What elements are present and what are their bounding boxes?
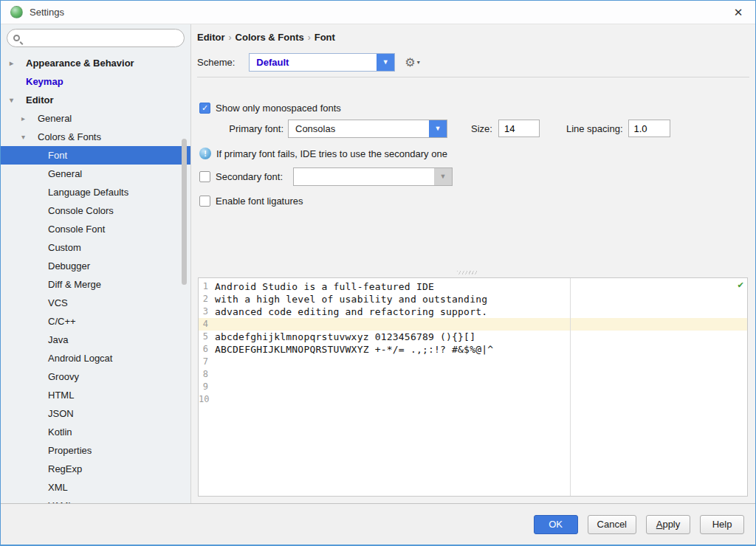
window-title: Settings	[30, 7, 64, 18]
settings-tree: ▸Appearance & BehaviorKeymap▾Editor▸Gene…	[1, 54, 190, 515]
editor-line: 10	[199, 393, 747, 406]
line-spacing-label: Line spacing:	[566, 123, 623, 134]
scheme-select[interactable]: Default ▼	[249, 53, 395, 72]
chevron-down-icon: ▼	[429, 120, 447, 137]
line-text: advanced code editing and refactoring su…	[215, 305, 487, 318]
tree-item-custom[interactable]: Custom	[1, 238, 190, 257]
secondary-font-checkbox[interactable]	[199, 171, 210, 182]
cancel-button[interactable]: Cancel	[588, 515, 636, 534]
editor-line: 3advanced code editing and refactoring s…	[199, 305, 747, 318]
tree-item-label: Font	[48, 150, 67, 161]
tree-item-label: RegExp	[48, 463, 82, 474]
tree-item-general[interactable]: ▸General	[1, 109, 190, 128]
inspection-ok-icon[interactable]: ✔	[738, 280, 743, 289]
scheme-value: Default	[250, 57, 377, 68]
tree-item-html[interactable]: HTML	[1, 386, 190, 404]
tree-item-debugger[interactable]: Debugger	[1, 257, 190, 275]
tree-item-label: Console Colors	[48, 205, 114, 216]
scheme-actions-button[interactable]: ⚙ ▾	[405, 55, 419, 69]
secondary-font-select[interactable]: ▼	[293, 167, 453, 186]
tree-item-label: Editor	[26, 94, 54, 106]
close-icon[interactable]: ✕	[721, 1, 755, 24]
show-monospaced-checkbox[interactable]: ✓	[199, 103, 210, 114]
tree-item-general[interactable]: General	[1, 165, 190, 183]
tree-item-editor[interactable]: ▾Editor	[1, 91, 190, 109]
tree-item-json[interactable]: JSON	[1, 404, 190, 423]
breadcrumb-separator: ›	[229, 32, 232, 43]
tree-item-label: Android Logcat	[48, 353, 112, 364]
settings-content: Editor›Colors & Fonts›Font Scheme: Defau…	[191, 24, 755, 505]
size-label: Size:	[471, 123, 492, 134]
tree-item-label: Colors & Fonts	[38, 131, 101, 142]
font-preview-editor[interactable]: 1Android Studio is a full-featured IDE2w…	[198, 277, 748, 497]
tree-item-java[interactable]: Java	[1, 331, 190, 349]
tree-item-label: Properties	[48, 445, 92, 456]
title-bar: Settings ✕	[1, 1, 755, 24]
line-number: 2	[199, 293, 215, 305]
tree-item-kotlin[interactable]: Kotlin	[1, 423, 190, 441]
android-studio-icon	[10, 6, 23, 18]
tree-expanded-icon[interactable]: ▾	[21, 133, 38, 141]
tree-item-groovy[interactable]: Groovy	[1, 367, 190, 386]
editor-line: 2with a high level of usability and outs…	[199, 293, 747, 305]
breadcrumb-item[interactable]: Colors & Fonts	[236, 32, 304, 43]
breadcrumb-item[interactable]: Editor	[197, 32, 225, 43]
tree-item-label: Appearance & Behavior	[26, 58, 134, 69]
tree-item-regexp[interactable]: RegExp	[1, 460, 190, 478]
gear-icon: ⚙	[405, 55, 415, 69]
sidebar-scrollbar-thumb[interactable]	[182, 139, 187, 285]
editor-line: 1Android Studio is a full-featured IDE	[199, 280, 747, 293]
primary-font-select[interactable]: Consolas ▼	[288, 120, 447, 138]
size-input[interactable]	[498, 120, 540, 137]
tree-collapsed-icon[interactable]: ▸	[21, 114, 38, 122]
search-input[interactable]	[24, 32, 184, 45]
help-button[interactable]: Help	[700, 515, 744, 534]
font-ligatures-checkbox[interactable]	[199, 196, 210, 207]
tree-item-label: HTML	[48, 390, 74, 401]
settings-dialog: Settings ✕ ▸Appearance & BehaviorKeymap▾…	[0, 0, 756, 546]
tree-item-label: Debugger	[48, 260, 90, 272]
line-number: 9	[199, 381, 215, 393]
tree-item-android-logcat[interactable]: Android Logcat	[1, 349, 190, 367]
breadcrumb-item[interactable]: Font	[315, 32, 335, 43]
tree-item-properties[interactable]: Properties	[1, 441, 190, 460]
tree-item-colors-fonts[interactable]: ▾Colors & Fonts	[1, 128, 190, 146]
tree-item-diff-merge[interactable]: Diff & Merge	[1, 275, 190, 294]
tree-item-label: Kotlin	[48, 426, 72, 438]
info-icon: !	[199, 148, 211, 159]
show-monospaced-label: Show only monospaced fonts	[216, 103, 341, 114]
chevron-down-icon: ▾	[417, 59, 420, 66]
line-number: 3	[199, 305, 215, 318]
primary-font-value: Consolas	[289, 123, 429, 134]
editor-line: 8	[199, 368, 747, 381]
tree-item-font[interactable]: Font	[1, 146, 190, 165]
editor-line: 5abcdefghijklmnopqrstuvwxyz 0123456789 (…	[199, 331, 747, 343]
tree-item-label: XML	[48, 482, 68, 493]
tree-item-label: General	[38, 113, 72, 124]
tree-item-keymap[interactable]: Keymap	[1, 72, 190, 91]
ok-button[interactable]: OK	[534, 515, 578, 534]
editor-line: 6ABCDEFGHIJKLMNOPQRSTUVWXYZ +-*/= .,;:!?…	[199, 343, 747, 356]
line-text: with a high level of usability and outst…	[215, 293, 487, 305]
tree-item-label: Console Font	[48, 224, 105, 235]
line-spacing-input[interactable]	[628, 120, 670, 137]
tree-item-c-c-[interactable]: C/C++	[1, 312, 190, 331]
tree-item-appearance-behavior[interactable]: ▸Appearance & Behavior	[1, 54, 190, 72]
tree-expanded-icon[interactable]: ▾	[10, 96, 26, 104]
apply-button[interactable]: Apply	[646, 515, 690, 534]
tree-item-console-font[interactable]: Console Font	[1, 220, 190, 238]
tree-item-label: Custom	[48, 242, 81, 253]
tree-item-language-defaults[interactable]: Language Defaults	[1, 183, 190, 201]
divider	[197, 77, 749, 77]
line-number: 4	[199, 318, 215, 331]
chevron-down-icon: ▼	[434, 168, 452, 185]
tree-collapsed-icon[interactable]: ▸	[10, 59, 26, 67]
tree-item-label: JSON	[48, 408, 74, 419]
splitter-handle[interactable]	[457, 271, 478, 274]
tree-item-vcs[interactable]: VCS	[1, 294, 190, 312]
tree-item-console-colors[interactable]: Console Colors	[1, 201, 190, 220]
tree-item-xml[interactable]: XML	[1, 478, 190, 497]
secondary-font-hint: If primary font fails, IDE tries to use …	[216, 148, 447, 159]
tree-item-label: Diff & Merge	[48, 279, 101, 290]
tree-item-label: Keymap	[26, 76, 63, 87]
